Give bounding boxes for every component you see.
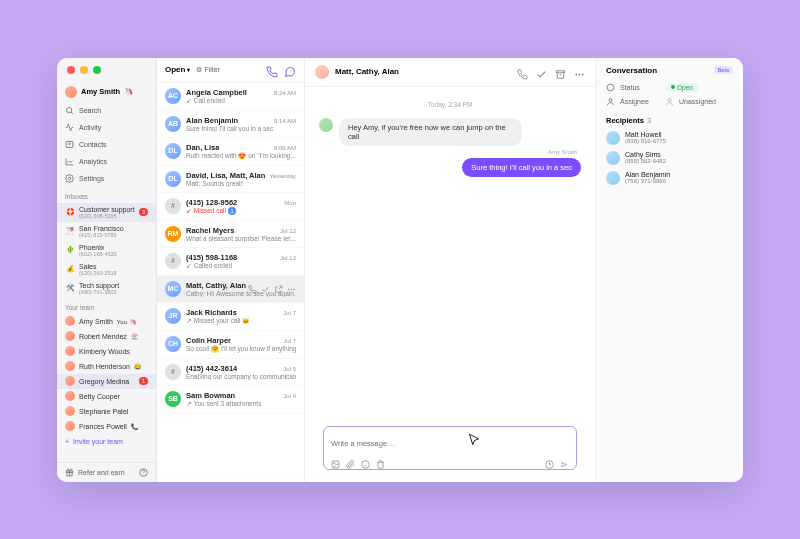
new-call-icon[interactable]: [266, 64, 278, 76]
conversation-item[interactable]: AB Alan Benjamin 8:14 AM Sure thing! I'l…: [157, 111, 304, 138]
maximize-dot[interactable]: [93, 66, 101, 74]
conversation-item[interactable]: DL David, Lisa, Matt, Alan Yesterday Mat…: [157, 166, 304, 193]
team-name: Frances Powell: [79, 423, 127, 430]
status-pill[interactable]: Open: [665, 83, 699, 92]
image-icon[interactable]: [331, 455, 340, 464]
list-header: Open ▾ ⚙ Filter: [157, 58, 304, 83]
check-icon[interactable]: [261, 280, 270, 289]
conversation-item[interactable]: JR Jack Richards Jul 7 ↗ Missed your cal…: [157, 303, 304, 331]
conversation-item[interactable]: # (415) 442-3614 Jul 5 Enabling our comp…: [157, 359, 304, 386]
send-icon[interactable]: [560, 455, 569, 464]
emoji-icon[interactable]: [361, 455, 370, 464]
more-icon[interactable]: [574, 66, 585, 77]
svg-point-18: [668, 98, 671, 101]
inbox-item[interactable]: 💰 Sales (620) 260-2518: [57, 260, 156, 279]
team-member[interactable]: Kimberly Woods: [57, 344, 156, 359]
composer-input[interactable]: [331, 439, 569, 448]
recipient-item[interactable]: Matt Howell (838) 816-6775: [606, 131, 733, 145]
msg-avatar: [319, 118, 333, 132]
conversation-item[interactable]: # (415) 128-9562 Mon ↙ Missed call 1: [157, 193, 304, 221]
conv-preview: Enabling our company to communicate via…: [186, 373, 296, 380]
call-icon[interactable]: [248, 280, 257, 289]
svg-point-9: [575, 74, 577, 76]
date-separator: Today, 2:34 PM: [319, 101, 581, 108]
team-member[interactable]: Robert Mendez 🏖️: [57, 329, 156, 344]
conv-name: Matt, Cathy, Alan: [186, 281, 246, 290]
recipients-count: 3: [647, 116, 651, 125]
details-panel: Conversation Beta Status Open Assignee U…: [595, 58, 743, 482]
team-member[interactable]: Frances Powell 📞: [57, 419, 156, 434]
recipient-item[interactable]: Alan Benjamin (758) 371-9860: [606, 171, 733, 185]
filter-button[interactable]: ⚙ Filter: [196, 66, 220, 74]
close-dot[interactable]: [67, 66, 75, 74]
refer-earn[interactable]: Refer and earn: [65, 468, 125, 477]
schedule-icon[interactable]: [545, 455, 554, 464]
nav-analytics[interactable]: Analytics: [57, 153, 156, 170]
more-icon[interactable]: [287, 280, 296, 289]
nav-contacts[interactable]: Contacts: [57, 136, 156, 153]
delete-icon[interactable]: [376, 455, 385, 464]
contacts-icon: [65, 140, 74, 149]
conv-time: 8:14 AM: [274, 118, 296, 124]
nav-settings[interactable]: Settings: [57, 170, 156, 187]
unread-badge: 1: [228, 207, 236, 215]
team-member[interactable]: Amy Smith You 🦄: [57, 314, 156, 329]
new-message-icon[interactable]: [284, 64, 296, 76]
conversation-item[interactable]: AC Angela Campbell 8:24 AM ↙ Call ended: [157, 83, 304, 111]
inbox-sub: (620) 308-5195: [79, 213, 135, 219]
inbox-item[interactable]: 🌁 San Francisco (415) 815-0789: [57, 222, 156, 241]
avatar: [65, 391, 75, 401]
conv-avatar: #: [165, 364, 181, 380]
inbox-item[interactable]: 🌵 Phoenix (602) 168-4520: [57, 241, 156, 260]
call-icon[interactable]: [517, 66, 528, 77]
activity-icon: [65, 123, 74, 132]
open-dropdown[interactable]: Open ▾: [165, 65, 190, 74]
team-member[interactable]: Betty Cooper: [57, 389, 156, 404]
share-icon[interactable]: [274, 280, 283, 289]
profile-header[interactable]: Amy Smith 🦄: [57, 82, 156, 102]
window-traffic-lights[interactable]: [67, 66, 101, 74]
svg-point-13: [334, 462, 335, 463]
inbox-name: Customer support: [79, 206, 135, 213]
team-name: Betty Cooper: [79, 393, 120, 400]
recipient-avatar: [606, 151, 620, 165]
conversation-item[interactable]: CH Colin Harper Jul 7 So cool! 🤗 I'll le…: [157, 331, 304, 359]
invite-team[interactable]: + Invite your team: [57, 434, 156, 449]
nav-search[interactable]: Search: [57, 102, 156, 119]
mark-done-icon[interactable]: [536, 66, 547, 77]
conversation-item[interactable]: RM Rachel Myers Jul 12 What a pleasant s…: [157, 221, 304, 248]
team-name: Kimberly Woods: [79, 348, 130, 355]
svg-point-17: [609, 98, 612, 101]
conversation-item[interactable]: MC Matt, Cathy, Alan Cathy: Hi! Awesome …: [157, 276, 304, 303]
conv-preview: Matt: Sounds great!: [186, 180, 296, 187]
conv-avatar: RM: [165, 226, 181, 242]
attach-icon[interactable]: [346, 455, 355, 464]
team-member[interactable]: Stephanie Patel: [57, 404, 156, 419]
inbox-item[interactable]: 🛠️ Tech support (480) 791-9802: [57, 279, 156, 298]
recipient-item[interactable]: Cathy Sims (888) 562-6482: [606, 151, 733, 165]
conversation-item[interactable]: DL Dan, Lisa 8:06 AM Ruth reacted with 😍…: [157, 138, 304, 166]
conversation-item[interactable]: SB Sam Bowman Jul 4 ↗ You sent 3 attachm…: [157, 386, 304, 414]
status-icon: [606, 83, 615, 92]
minimize-dot[interactable]: [80, 66, 88, 74]
meta-assignee: Assignee Unassigned: [606, 97, 733, 106]
help-icon[interactable]: [139, 468, 148, 477]
nav-label: Analytics: [79, 158, 107, 165]
inbox-icon: 🛠️: [65, 283, 75, 293]
composer[interactable]: [323, 426, 577, 470]
assignee-value[interactable]: Unassigned: [679, 98, 716, 105]
invite-label: Invite your team: [73, 438, 123, 445]
team-member[interactable]: Ruth Henderson 😂: [57, 359, 156, 374]
archive-icon[interactable]: [555, 66, 566, 77]
chat-header: Matt, Cathy, Alan: [305, 58, 595, 87]
conversation-item[interactable]: # (415) 598-1168 Jul 12 ↙ Called ended: [157, 248, 304, 276]
inbox-name: Tech support: [79, 282, 148, 289]
nav-activity[interactable]: Activity: [57, 119, 156, 136]
recipient-phone: (758) 371-9860: [625, 178, 670, 184]
inbox-item[interactable]: 🛟 Customer support (620) 308-5195 3: [57, 203, 156, 222]
conv-time: Jul 4: [283, 393, 296, 399]
team-member[interactable]: Gregory Medina 1: [57, 374, 156, 389]
avatar: [65, 346, 75, 356]
message-in: Hey Amy, if you're free now we can jump …: [319, 118, 581, 146]
assignee-label: Assignee: [620, 98, 660, 105]
